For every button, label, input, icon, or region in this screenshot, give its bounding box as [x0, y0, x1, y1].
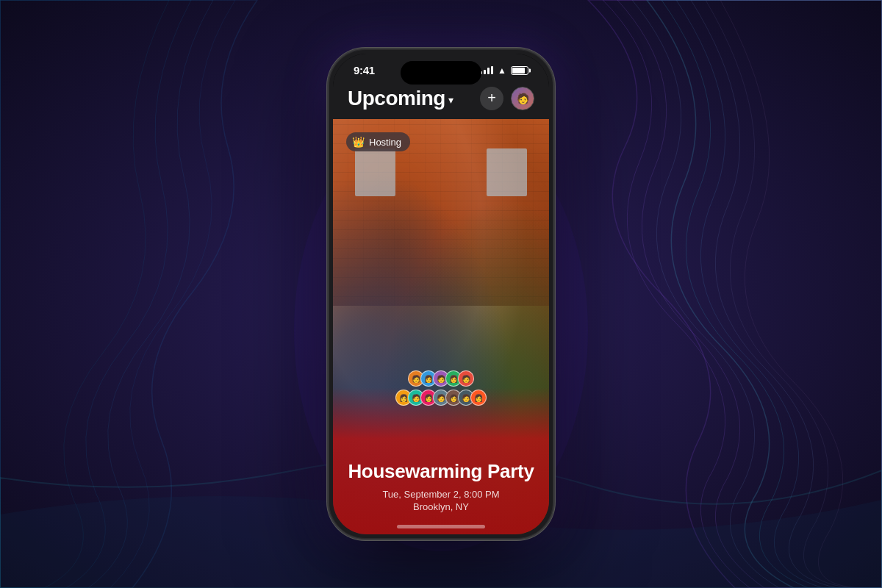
wifi-icon: ▲	[498, 65, 506, 76]
hosting-label: Hosting	[369, 137, 401, 148]
dynamic-island	[401, 61, 481, 85]
phone-frame: 9:41 ▲ Upcoming	[327, 48, 555, 540]
event-overlay: Housewarming Party Tue, September 2, 8:0…	[333, 387, 549, 534]
event-location: Brooklyn, NY	[413, 501, 469, 512]
attendee-avatar: 👩	[470, 390, 487, 406]
phone-screen: 9:41 ▲ Upcoming	[333, 54, 549, 534]
attendee-avatar: 🧑	[458, 370, 474, 387]
crown-icon: 👑	[352, 136, 365, 148]
phone-device: 9:41 ▲ Upcoming	[327, 48, 555, 540]
attendee-row-top: 🧑 👩 🧑 👩 🧑	[408, 370, 474, 387]
profile-avatar-button[interactable]: 🧑	[511, 87, 534, 110]
battery-icon	[511, 66, 528, 75]
app-header: Upcoming ▾ + 🧑	[333, 81, 549, 119]
header-actions: + 🧑	[480, 87, 534, 110]
add-button[interactable]: +	[480, 87, 503, 110]
page-title: Upcoming	[348, 87, 445, 110]
attendee-row-bottom: 👩 🧑 👩 🧑 👩 🧑 👩	[395, 390, 487, 406]
hosting-badge: 👑 Hosting	[346, 132, 410, 151]
attendees-area: 🧑 👩 🧑 👩 🧑 👩 🧑 👩 🧑 👩 🧑	[395, 370, 487, 406]
status-icons: ▲	[480, 65, 528, 76]
dropdown-chevron-icon: ▾	[448, 94, 453, 106]
avatar-inner: 🧑	[512, 87, 534, 110]
event-image: 👑 Hosting 🧑 👩 🧑 👩 🧑 👩	[333, 119, 549, 534]
plus-icon: +	[487, 90, 496, 105]
header-title-area[interactable]: Upcoming ▾	[348, 87, 453, 110]
status-time: 9:41	[354, 64, 375, 76]
event-date: Tue, September 2, 8:00 PM	[382, 489, 499, 500]
home-indicator	[397, 525, 485, 528]
signal-icon	[480, 66, 493, 74]
event-title: Housewarming Party	[348, 461, 534, 483]
event-card[interactable]: 👑 Hosting 🧑 👩 🧑 👩 🧑 👩	[333, 119, 549, 534]
